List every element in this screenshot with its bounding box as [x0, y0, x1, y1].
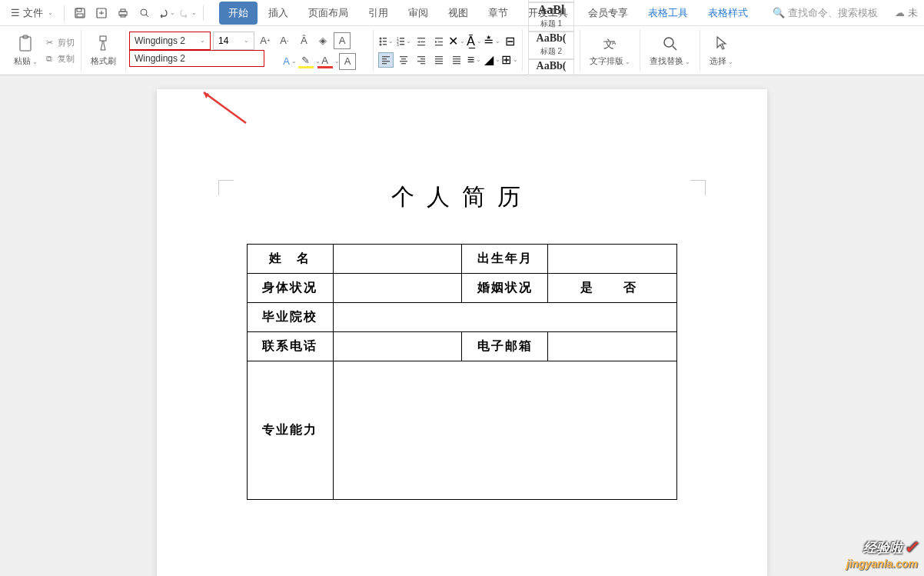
tab-insert[interactable]: 插入: [259, 2, 297, 25]
tab-review[interactable]: 审阅: [399, 2, 437, 25]
tab-table-style[interactable]: 表格样式: [699, 2, 757, 25]
search-box[interactable]: 🔍 查找命令、搜索模板: [766, 6, 884, 20]
search-icon: 🔍: [773, 7, 785, 18]
copy-button[interactable]: ⧉复制: [42, 52, 76, 65]
border-button[interactable]: ⊞⌄: [502, 52, 517, 68]
character-shading-button[interactable]: A: [339, 53, 356, 70]
numbering-button[interactable]: 123⌄: [396, 34, 411, 49]
font-color-button[interactable]: A⌄: [320, 53, 337, 70]
sort-button[interactable]: ≛⌄: [484, 34, 500, 49]
svg-rect-32: [382, 63, 387, 64]
text-direction-button[interactable]: ✕⌄: [449, 34, 464, 49]
cell-marital-value[interactable]: 是 否: [548, 274, 677, 303]
cell-email-
value[interactable]: [548, 332, 677, 361]
cell-email-label[interactable]: 电子邮箱: [462, 332, 548, 361]
weather-widget[interactable]: ☁ 未: [895, 6, 918, 20]
resume-table[interactable]: 姓 名 出生年月 身体状况 婚姻状况 是 否 毕业院校 联系电话 电子邮箱: [247, 244, 677, 500]
print-preview-button[interactable]: [135, 4, 154, 22]
align-justify-button[interactable]: [431, 52, 447, 68]
cut-button[interactable]: ✂剪切: [42, 36, 76, 49]
tab-start[interactable]: 开始: [219, 2, 258, 25]
font-size-input[interactable]: 14 ⌄: [213, 32, 254, 50]
cell-school-value[interactable]: [333, 303, 676, 332]
tab-view[interactable]: 视图: [439, 2, 477, 25]
cell-school-label[interactable]: 毕业院校: [248, 303, 334, 332]
document-title: 个人简历: [218, 181, 706, 213]
search-icon: [660, 34, 680, 54]
cell-health-value[interactable]: [333, 274, 462, 303]
font-name-input[interactable]: Wingdings 2 ⌄ Wingdings 2: [129, 32, 211, 50]
grow-font-button[interactable]: A+: [257, 32, 274, 49]
tab-sections[interactable]: 章节: [479, 2, 517, 25]
text-effect-button[interactable]: A⌄: [281, 53, 298, 70]
align-left-button[interactable]: [378, 52, 394, 68]
redo-button[interactable]: ⌄: [178, 4, 197, 22]
weather-text: 未: [908, 6, 918, 20]
align-center-button[interactable]: [396, 52, 411, 68]
style-heading2[interactable]: AaBb( 标题 2: [528, 32, 574, 59]
cell-birth-label[interactable]: 出生年月: [462, 245, 548, 274]
svg-rect-1: [77, 8, 81, 12]
tab-button[interactable]: ⊟: [502, 34, 517, 49]
cell-health-label[interactable]: 身体状况: [248, 274, 334, 303]
character-border-button[interactable]: A: [334, 32, 351, 49]
highlight-button[interactable]: ✎⌄: [301, 53, 317, 70]
asian-layout-button[interactable]: Ā̲⌄: [467, 34, 482, 49]
table-row: 联系电话 电子邮箱: [248, 332, 677, 361]
divider: [203, 5, 204, 21]
format-painter-label: 格式刷: [91, 55, 116, 67]
distributed-button[interactable]: [449, 52, 464, 68]
cell-marital-label[interactable]: 婚姻状况: [462, 274, 548, 303]
text-layout-button[interactable]: 文A 文字排版⌄: [585, 32, 635, 68]
svg-point-7: [141, 9, 147, 15]
tab-member[interactable]: 会员专享: [579, 2, 637, 25]
shading-button[interactable]: ◢⌄: [484, 52, 500, 68]
svg-rect-36: [401, 63, 406, 64]
cell-name-value[interactable]: [333, 245, 462, 274]
font-dropdown-item[interactable]: Wingdings 2: [129, 50, 264, 67]
bullets-button[interactable]: ⌄: [378, 34, 394, 49]
tab-table-tools[interactable]: 表格工具: [639, 2, 697, 25]
cloud-icon: ☁: [895, 7, 905, 18]
select-label: 选择⌄: [710, 55, 733, 67]
watermark: 经验啦 ✓ jingyanla.com: [846, 538, 918, 570]
save-as-button[interactable]: [92, 4, 111, 22]
cell-skills-value[interactable]: [333, 361, 676, 500]
find-replace-button[interactable]: 查找替换⌄: [645, 32, 695, 68]
file-menu-label: 文件: [23, 6, 43, 20]
cell-name-label[interactable]: 姓 名: [248, 245, 334, 274]
svg-rect-42: [435, 58, 443, 59]
line-spacing-button[interactable]: ≡⌄: [467, 52, 482, 68]
style-heading1[interactable]: AaBl 标题 1: [528, 2, 574, 32]
table-row: 毕业院校: [248, 303, 677, 332]
align-right-button[interactable]: [414, 52, 429, 68]
phonetic-guide-button[interactable]: [353, 32, 370, 49]
document-page[interactable]: 个人简历 姓 名 出生年月 身体状况 婚姻状况 是 否 毕业院校 联系电话: [157, 89, 767, 576]
save-button[interactable]: [71, 4, 89, 22]
svg-rect-33: [400, 56, 407, 57]
divider: [64, 5, 65, 21]
format-painter-button[interactable]: 格式刷: [86, 32, 121, 68]
svg-rect-8: [20, 37, 31, 51]
decrease-indent-button[interactable]: [414, 34, 429, 49]
tab-page-layout[interactable]: 页面布局: [299, 2, 357, 25]
undo-button[interactable]: ⌄: [157, 4, 175, 22]
clear-format-button[interactable]: ◈: [314, 32, 331, 49]
cell-skills-label[interactable]: 专业能力: [248, 361, 334, 500]
cell-birth-value[interactable]: [548, 245, 677, 274]
ribbon-toolbar: 粘贴⌄ ✂剪切 ⧉复制 格式刷 Wingdings 2 ⌄ Wingdings …: [0, 26, 924, 75]
svg-rect-10: [100, 36, 106, 41]
shrink-font-button[interactable]: A-: [276, 32, 293, 49]
file-menu[interactable]: ☰ 文件 ⌄: [6, 6, 58, 20]
change-case-button[interactable]: Ȃ: [295, 32, 312, 49]
brush-icon: [94, 34, 114, 54]
style-label: 标题 1: [540, 17, 562, 31]
tab-references[interactable]: 引用: [359, 2, 397, 25]
cell-phone-label[interactable]: 联系电话: [248, 332, 334, 361]
select-button[interactable]: 选择⌄: [705, 32, 738, 68]
print-button[interactable]: [114, 4, 132, 22]
paste-button[interactable]: 粘贴⌄: [9, 32, 42, 68]
svg-rect-27: [438, 41, 443, 42]
increase-indent-button[interactable]: [431, 34, 447, 49]
cell-phone-value[interactable]: [333, 332, 462, 361]
